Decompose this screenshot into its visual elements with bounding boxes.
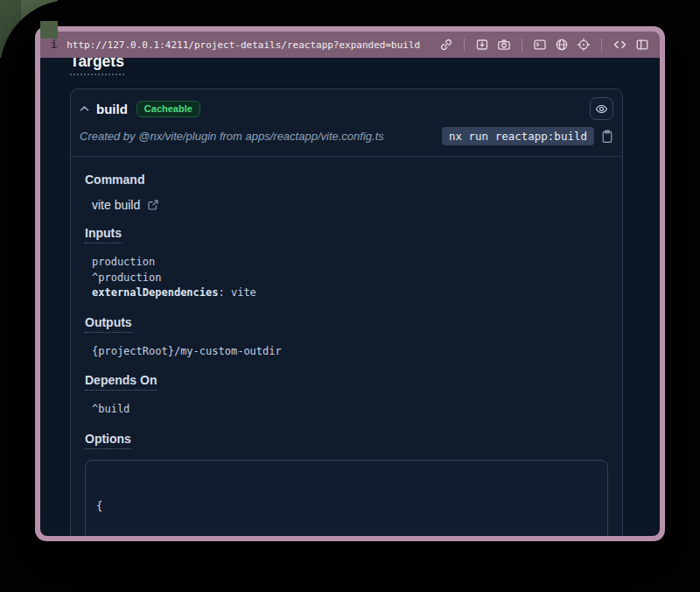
globe-icon[interactable] <box>555 38 569 52</box>
toolbar-separator <box>464 39 465 52</box>
page-title: Targets <box>70 58 623 75</box>
inputs-heading: Inputs <box>85 226 608 243</box>
command-heading: Command <box>85 173 608 187</box>
terminal-icon[interactable] <box>533 38 547 52</box>
code-icon[interactable] <box>612 38 627 52</box>
options-json-block: { "cwd": "apps/reactapp" } <box>85 460 608 537</box>
eye-icon <box>595 102 608 116</box>
created-by-text: Created by @nx/vite/plugin from apps/rea… <box>80 130 384 143</box>
desktop-shadow: i http://127.0.0.1:4211/project-details/… <box>0 0 700 592</box>
toolbar-separator <box>522 39 522 52</box>
cacheable-badge: Cacheable <box>136 101 200 117</box>
link-icon[interactable] <box>439 38 453 52</box>
json-line: { <box>96 499 597 514</box>
browser-toolbar: i http://127.0.0.1:4211/project-details/… <box>40 32 660 58</box>
url-bar[interactable]: http://127.0.0.1:4211/project-details/re… <box>66 39 420 51</box>
target-details-build: Command vite build Inputs <box>71 157 622 536</box>
target-name: build <box>96 102 128 116</box>
page-viewport[interactable]: Targets build Cacheable <box>40 58 660 536</box>
external-link-icon[interactable] <box>147 199 159 211</box>
inputs-list: production ^production externalDependenc… <box>85 255 608 301</box>
input-item: production <box>92 255 608 271</box>
toolbar-separator <box>601 39 602 52</box>
target-subheader-build: Created by @nx/vite/plugin from apps/rea… <box>71 124 622 157</box>
copy-command-button[interactable] <box>601 130 613 144</box>
output-item: {projectRoot}/my-custom-outdir <box>92 344 608 360</box>
command-value-row: vite build <box>85 198 608 212</box>
favicon-i: i <box>51 39 57 51</box>
input-item: ^production <box>92 271 608 286</box>
browser-window: i http://127.0.0.1:4211/project-details/… <box>35 26 665 541</box>
depends-on-item: ^build <box>92 402 608 418</box>
input-item: externalDependencies: vite <box>92 285 608 301</box>
crosshair-icon[interactable] <box>577 38 591 52</box>
view-target-button[interactable] <box>590 97 613 120</box>
camera-icon[interactable] <box>497 38 511 52</box>
toolbar-actions <box>439 38 649 52</box>
outputs-heading: Outputs <box>85 315 608 333</box>
options-heading: Options <box>85 432 608 449</box>
depends-on-list: ^build <box>85 402 608 418</box>
outputs-list: {projectRoot}/my-custom-outdir <box>85 344 608 360</box>
target-header-build[interactable]: build Cacheable <box>71 89 622 124</box>
depends-on-heading: Depends On <box>85 373 608 391</box>
target-card-build: build Cacheable Created by @nx/vite/plug… <box>70 88 623 536</box>
import-box-icon[interactable] <box>475 38 489 52</box>
command-value: vite build <box>92 198 140 212</box>
chevron-up-icon[interactable] <box>80 105 89 112</box>
split-view-icon[interactable] <box>635 38 649 52</box>
clipboard-icon <box>601 130 613 144</box>
run-command-chip[interactable]: nx run reactapp:build <box>442 127 594 145</box>
